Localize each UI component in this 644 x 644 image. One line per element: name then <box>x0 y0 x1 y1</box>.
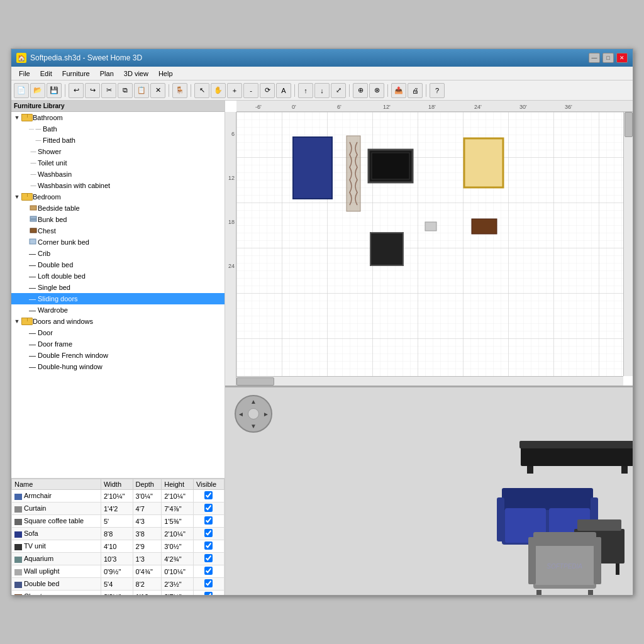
menu-plan[interactable]: Plan <box>95 69 119 79</box>
item-toilet[interactable]: — Toilet unit <box>11 157 225 169</box>
item-label: Toilet unit <box>38 159 67 167</box>
category-label: Doors and windows <box>33 318 93 325</box>
table-row[interactable]: Double bed5'48'22'3½" <box>12 578 225 591</box>
visible-checkbox[interactable] <box>204 516 213 525</box>
separator-1 <box>65 84 65 97</box>
ruler-label: 6' <box>337 104 341 110</box>
separator-6 <box>387 84 388 97</box>
paste-button[interactable]: 📋 <box>134 83 149 98</box>
category-label: Bedroom <box>33 193 61 201</box>
furniture-tree[interactable]: Furniture Library ▼ Bathroom — Bath — <box>11 101 225 479</box>
export-button[interactable]: 📤 <box>391 83 406 98</box>
zoom-fit[interactable]: ⊕ <box>353 83 368 98</box>
prop-visible <box>193 578 224 591</box>
scroll-thumb-v[interactable] <box>625 112 633 137</box>
item-shower[interactable]: — Shower <box>11 146 225 157</box>
folder-icon <box>21 114 31 121</box>
save-button[interactable]: 💾 <box>47 83 62 98</box>
item-loft-double-bed[interactable]: — Loft double bed <box>11 270 225 282</box>
item-single-bed[interactable]: — Single bed <box>11 282 225 293</box>
arrow-up[interactable]: ↑ <box>298 83 313 98</box>
maximize-button[interactable]: □ <box>602 53 614 63</box>
menu-3dview[interactable]: 3D view <box>119 69 153 79</box>
visible-checkbox[interactable] <box>204 579 213 587</box>
prop-height: 7'4⅞" <box>162 502 194 515</box>
menu-file[interactable]: File <box>14 69 35 79</box>
table-row[interactable]: Curtain1'4'24'77'4⅞" <box>12 502 225 515</box>
toolbar: 📄 📂 💾 ↩ ↪ ✂ ⧉ 📋 ✕ 🪑 ↖ ✋ + - ⟳ A ↑ ↓ ⤢ ⊕ … <box>11 80 633 101</box>
table-row[interactable]: Wall uplight0'9½"0'4¾"0'10¼" <box>12 565 225 578</box>
svg-rect-13 <box>464 138 503 187</box>
item-washbasin-cabinet[interactable]: — Washbasin with cabinet <box>11 180 225 191</box>
delete-button[interactable]: ✕ <box>150 83 165 98</box>
arrow-down[interactable]: ↓ <box>314 83 330 98</box>
visible-checkbox[interactable] <box>204 567 213 575</box>
visible-checkbox[interactable] <box>204 541 213 550</box>
zoom-out-button[interactable]: - <box>243 83 258 98</box>
minimize-button[interactable]: — <box>589 53 600 63</box>
item-french-window[interactable]: — Double French window <box>11 350 225 361</box>
table-row[interactable]: Chest3'3½"1'102'7½" <box>12 591 225 596</box>
category-bathroom[interactable]: ▼ Bathroom <box>11 112 225 123</box>
item-washbasin[interactable]: — Washbasin <box>11 169 225 180</box>
new-button[interactable]: 📄 <box>14 83 29 98</box>
scroll-thumb-h[interactable] <box>236 377 274 386</box>
table-row[interactable]: Aquarium10'31'34'2¾" <box>12 553 225 565</box>
item-icon <box>29 238 38 246</box>
table-row[interactable]: Armchair2'10¼"3'0¼"2'10¼" <box>12 490 225 502</box>
table-row[interactable]: Sofa8'83'82'10¼" <box>12 528 225 540</box>
print-button[interactable]: 🖨 <box>408 83 423 98</box>
ruler-label: 0' <box>292 104 296 110</box>
table-row[interactable]: Square coffee table5'4'31'5⅜" <box>12 515 225 528</box>
item-wardrobe[interactable]: — Wardrobe <box>11 304 225 316</box>
expand-icon: ▼ <box>13 317 21 326</box>
item-door-frame[interactable]: — Door frame <box>11 338 225 350</box>
prop-height: 2'7½" <box>162 591 194 596</box>
menu-edit[interactable]: Edit <box>35 69 57 79</box>
help-button[interactable]: ? <box>430 83 445 98</box>
item-double-hung[interactable]: — Double-hung window <box>11 361 225 372</box>
item-label: Shower <box>38 148 61 155</box>
select-tool[interactable]: ↖ <box>194 83 209 98</box>
prop-depth: 4'3 <box>133 515 162 528</box>
resize-button[interactable]: ⤢ <box>331 83 346 98</box>
category-doors[interactable]: ▼ Doors and windows <box>11 316 225 327</box>
table-row[interactable]: TV unit4'102'93'0½" <box>12 540 225 553</box>
item-crib[interactable]: — Crib <box>11 248 225 259</box>
item-bunk-bed[interactable]: Bunk bed <box>11 214 225 225</box>
text-button[interactable]: A <box>276 83 291 98</box>
properties-panel: Name Width Depth Height Visible Armchair… <box>11 479 225 595</box>
visible-checkbox[interactable] <box>204 592 213 595</box>
scrollbar-horizontal[interactable] <box>236 376 623 386</box>
menu-help[interactable]: Help <box>153 69 178 79</box>
item-bath[interactable]: — Bath <box>11 123 225 135</box>
close-button[interactable]: ✕ <box>616 53 628 63</box>
item-chest[interactable]: Chest <box>11 225 225 236</box>
scrollbar-vertical[interactable] <box>623 112 633 376</box>
cut-button[interactable]: ✂ <box>101 83 116 98</box>
item-sliding-doors[interactable]: — Sliding doors <box>11 293 225 304</box>
category-bedroom[interactable]: ▼ Bedroom <box>11 191 225 203</box>
item-fitted-bath[interactable]: — Fitted bath <box>11 135 225 146</box>
rotate-button[interactable]: ⟳ <box>260 83 275 98</box>
item-double-bed[interactable]: — Double bed <box>11 259 225 270</box>
item-bedside[interactable]: Bedside table <box>11 203 225 214</box>
visible-checkbox[interactable] <box>204 491 213 499</box>
copy-button[interactable]: ⧉ <box>118 83 133 98</box>
visible-checkbox[interactable] <box>204 504 213 512</box>
undo-button[interactable]: ↩ <box>69 83 84 98</box>
add-furniture-button[interactable]: 🪑 <box>172 83 187 98</box>
zoom-in-button[interactable]: + <box>227 83 242 98</box>
item-corner-bunk[interactable]: Corner bunk bed <box>11 236 225 248</box>
pan-tool[interactable]: ✋ <box>211 83 226 98</box>
floor-plan[interactable]: -6' 0' 6' 12' 18' 24' 30' 36' 6 12 18 24 <box>225 101 633 387</box>
prop-name: Double bed <box>12 578 101 591</box>
open-button[interactable]: 📂 <box>30 83 45 98</box>
svg-rect-0 <box>30 206 36 210</box>
item-door[interactable]: — Door <box>11 327 225 338</box>
menu-furniture[interactable]: Furniture <box>57 69 95 79</box>
zoom-actual[interactable]: ⊗ <box>369 83 384 98</box>
redo-button[interactable]: ↪ <box>85 83 100 98</box>
visible-checkbox[interactable] <box>204 554 213 562</box>
visible-checkbox[interactable] <box>204 529 213 537</box>
